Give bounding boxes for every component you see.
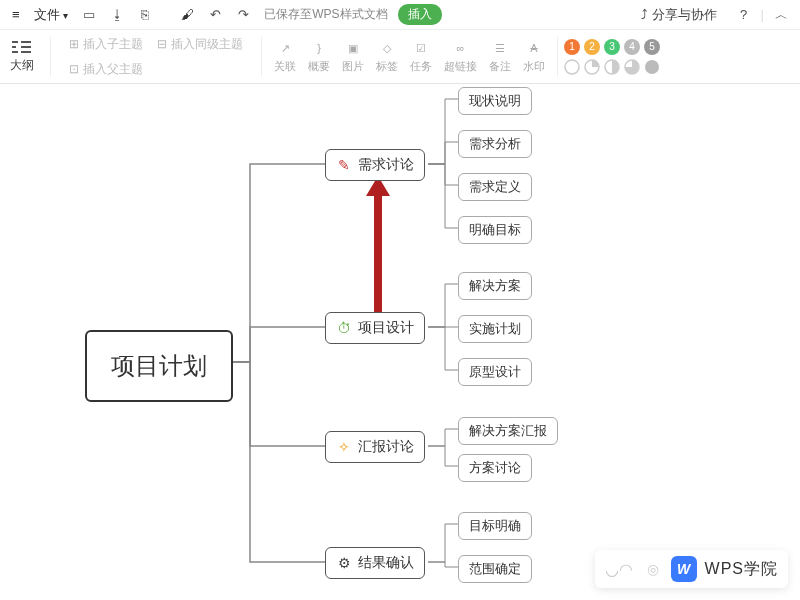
download-icon[interactable]: ⭳ [106, 4, 128, 26]
tag-button[interactable]: ◇标签 [370, 37, 404, 76]
insert-parent-button[interactable]: ⊡插入父主题 [65, 59, 147, 80]
leaf-node[interactable]: 解决方案汇报 [458, 417, 558, 445]
child-topic-icon: ⊞ [69, 37, 79, 51]
priority-4[interactable]: 4 [624, 39, 640, 55]
svg-point-10 [645, 60, 659, 74]
hyperlink-icon: ∞ [457, 39, 465, 57]
branch-1-label: 需求讨论 [358, 156, 414, 174]
leaf-node[interactable]: 原型设计 [458, 358, 532, 386]
svg-rect-2 [12, 51, 18, 53]
mindmap-canvas[interactable]: 项目计划 ✎ 需求讨论 现状说明 需求分析 需求定义 明确目标 ⏱ 项目设计 解… [0, 84, 800, 600]
redo-icon[interactable]: ↷ [232, 4, 254, 26]
gear-icon: ⚙ [336, 555, 352, 571]
eye-icon: ◡◠ [605, 560, 633, 579]
branch-node-2[interactable]: ⏱ 项目设计 [325, 312, 425, 344]
svg-rect-5 [21, 51, 31, 53]
priority-3[interactable]: 3 [604, 39, 620, 55]
leaf-node[interactable]: 现状说明 [458, 87, 532, 115]
svg-rect-1 [12, 46, 16, 48]
hamburger-icon[interactable]: ≡ [8, 5, 24, 24]
summary-icon: } [317, 39, 321, 57]
leaf-node[interactable]: 明确目标 [458, 216, 532, 244]
help-icon[interactable]: ? [733, 4, 755, 26]
summary-button[interactable]: }概要 [302, 37, 336, 76]
progress-25-icon[interactable] [584, 59, 600, 75]
leaf-node[interactable]: 需求定义 [458, 173, 532, 201]
leaf-node[interactable]: 范围确定 [458, 555, 532, 583]
file-menu[interactable]: 文件 ▾ [30, 4, 73, 26]
task-icon: ☑ [416, 39, 426, 57]
branch-4-label: 结果确认 [358, 554, 414, 572]
pencil-icon: ✎ [336, 157, 352, 173]
wps-watermark-text: WPS学院 [705, 559, 778, 580]
branch-node-4[interactable]: ⚙ 结果确认 [325, 547, 425, 579]
leaf-node[interactable]: 需求分析 [458, 130, 532, 158]
progress-75-icon[interactable] [624, 59, 640, 75]
relation-icon: ↗ [281, 39, 290, 57]
insert-child-button[interactable]: ⊞插入子主题 [65, 34, 147, 55]
stopwatch-icon: ⏱ [336, 320, 352, 336]
insert-chip[interactable]: 插入 [398, 4, 442, 25]
branch-node-3[interactable]: ✧ 汇报讨论 [325, 431, 425, 463]
progress-100-icon[interactable] [644, 59, 660, 75]
wps-logo-icon: W [671, 556, 697, 582]
priority-dots: 1 2 3 4 5 [564, 39, 668, 55]
ribbon-toolbar: 大纲 ⊞插入子主题 ⊟插入同级主题 ⊡插入父主题 ↗关联 }概要 ▣图片 ◇标签… [0, 30, 800, 84]
branch-3-label: 汇报讨论 [358, 438, 414, 456]
svg-rect-3 [21, 41, 31, 43]
export-icon[interactable]: ⎘ [134, 4, 156, 26]
chevron-down-icon: ▾ [63, 10, 68, 21]
progress-dots [564, 57, 668, 75]
priority-5[interactable]: 5 [644, 39, 660, 55]
list-icon[interactable]: ▭ [78, 4, 100, 26]
outline-icon [12, 39, 32, 55]
sibling-topic-icon: ⊟ [157, 37, 167, 51]
undo-icon[interactable]: ↶ [204, 4, 226, 26]
root-node[interactable]: 项目计划 [85, 330, 233, 402]
watermark-icon: A [530, 39, 537, 57]
collapse-icon[interactable]: ︿ [770, 4, 792, 26]
branch-2-label: 项目设计 [358, 319, 414, 337]
svg-rect-4 [21, 46, 31, 48]
hyperlink-button[interactable]: ∞超链接 [438, 37, 483, 76]
leaf-node[interactable]: 解决方案 [458, 272, 532, 300]
share-button[interactable]: ⤴ 分享与协作 [641, 6, 717, 24]
tag-icon: ◇ [383, 39, 391, 57]
priority-2[interactable]: 2 [584, 39, 600, 55]
svg-rect-0 [12, 41, 18, 43]
format-brush-icon[interactable]: 🖌 [176, 4, 198, 26]
outline-button[interactable]: 大纲 [0, 35, 44, 78]
image-button[interactable]: ▣图片 [336, 37, 370, 76]
leaf-node[interactable]: 目标明确 [458, 512, 532, 540]
watermark-button[interactable]: A水印 [517, 37, 551, 76]
target-icon: ◎ [647, 561, 659, 577]
svg-point-6 [565, 60, 579, 74]
relation-button[interactable]: ↗关联 [268, 37, 302, 76]
root-label: 项目计划 [111, 350, 207, 382]
cursor-arrow [374, 194, 382, 322]
saved-status: 已保存至WPS样式文档 [264, 6, 387, 23]
branch-node-1[interactable]: ✎ 需求讨论 [325, 149, 425, 181]
note-icon: ☰ [495, 39, 505, 57]
top-toolbar: ≡ 文件 ▾ ▭ ⭳ ⎘ 🖌 ↶ ↷ 已保存至WPS样式文档 插入 ⤴ 分享与协… [0, 0, 800, 30]
insert-sibling-button[interactable]: ⊟插入同级主题 [153, 34, 247, 55]
image-icon: ▣ [348, 39, 358, 57]
progress-50-icon[interactable] [604, 59, 620, 75]
progress-0-icon[interactable] [564, 59, 580, 75]
note-button[interactable]: ☰备注 [483, 37, 517, 76]
parent-topic-icon: ⊡ [69, 62, 79, 76]
leaf-node[interactable]: 实施计划 [458, 315, 532, 343]
task-button[interactable]: ☑任务 [404, 37, 438, 76]
wps-watermark: ◡◠ ◎ W WPS学院 [595, 550, 788, 588]
lightbulb-icon: ✧ [336, 439, 352, 455]
priority-1[interactable]: 1 [564, 39, 580, 55]
leaf-node[interactable]: 方案讨论 [458, 454, 532, 482]
